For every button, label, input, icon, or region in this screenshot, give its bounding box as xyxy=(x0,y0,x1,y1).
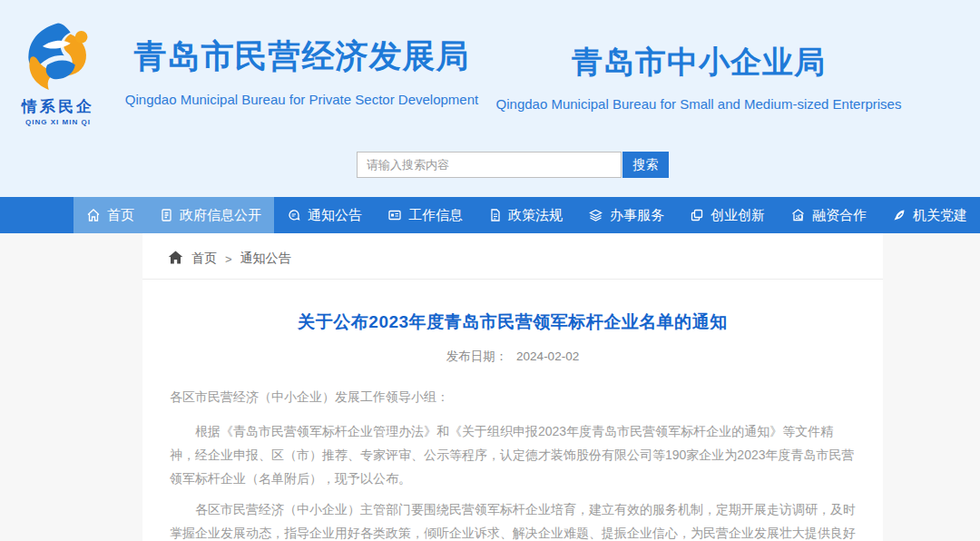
document-icon xyxy=(488,208,502,222)
site-header: 情系民企 QING XI MIN QI 青岛市民营经济发展局 Qingdao M… xyxy=(0,0,980,197)
search-button[interactable]: 搜索 xyxy=(622,152,669,178)
document-list-icon xyxy=(160,208,173,222)
article-title: 关于公布2023年度青岛市民营领军标杆企业名单的通知 xyxy=(170,310,856,334)
nav-item-innovation[interactable]: 创业创新 xyxy=(677,197,778,233)
party-emblem-icon xyxy=(892,208,906,222)
content-card: 首页 > 通知公告 关于公布2023年度青岛市民营领军标杆企业名单的通知 发布日… xyxy=(142,233,883,541)
logo-swirl-icon xyxy=(9,20,107,94)
bureau-titles: 青岛市民营经济发展局 Qingdao Municipal Bureau for … xyxy=(0,0,980,112)
paragraph-announcement: 根据《青岛市民营领军标杆企业管理办法》和《关于组织申报2023年度青岛市民营领军… xyxy=(170,419,856,490)
article: 关于公布2023年度青岛市民营领军标杆企业名单的通知 发布日期： 2024-02… xyxy=(142,310,883,541)
bureau-right: 青岛市中小企业局 Qingdao Municipal Bureau for Sm… xyxy=(481,34,916,112)
date-value: 2024-02-02 xyxy=(516,349,579,363)
nav-item-gov-info[interactable]: 政府信息公开 xyxy=(147,197,274,233)
bureau-right-subtitle: Qingdao Municipal Bureau for Small and M… xyxy=(481,96,916,112)
breadcrumb-separator: > xyxy=(225,252,232,266)
nav-item-policies[interactable]: 政策法规 xyxy=(475,197,575,233)
logo-text: 情系民企 xyxy=(9,96,107,117)
nav-highlight-group: 首页 政府信息公开 xyxy=(74,197,274,233)
nav-item-financing[interactable]: 融资合作 xyxy=(778,197,879,233)
main-area: 首页 > 通知公告 关于公布2023年度青岛市民营领军标杆企业名单的通知 发布日… xyxy=(0,233,980,541)
logo-subtext: QING XI MIN QI xyxy=(9,118,107,126)
nav-item-work-info[interactable]: 工作信息 xyxy=(375,197,475,233)
layers-icon xyxy=(588,208,603,222)
breadcrumb: 首页 > 通知公告 xyxy=(142,233,883,280)
paragraph-salutation: 各区市民营经济（中小企业）发展工作领导小组： xyxy=(170,385,856,408)
article-body: 各区市民营经济（中小企业）发展工作领导小组： 根据《青岛市民营领军标杆企业管理办… xyxy=(170,385,856,541)
article-date: 发布日期： 2024-02-02 xyxy=(170,349,856,365)
bureau-right-title: 青岛市中小企业局 xyxy=(481,42,916,84)
nav-spacer xyxy=(0,197,74,233)
search-input[interactable] xyxy=(357,152,622,178)
paragraph-requirements: 各区市民营经济（中小企业）主管部门要围绕民营领军标杆企业培育，建立有效的服务机制… xyxy=(170,497,856,541)
breadcrumb-home-icon xyxy=(168,251,183,267)
nav-item-home[interactable]: 首页 xyxy=(74,197,147,233)
copy-squares-icon xyxy=(690,208,704,222)
main-nav: 首页 政府信息公开 通知公告 xyxy=(0,197,980,233)
bureau-left: 青岛市民营经济发展局 Qingdao Municipal Bureau for … xyxy=(122,34,481,112)
bureau-left-title: 青岛市民营经济发展局 xyxy=(122,34,481,79)
breadcrumb-home-link[interactable]: 首页 xyxy=(191,251,217,267)
site-logo: 情系民企 QING XI MIN QI xyxy=(9,20,107,126)
breadcrumb-current[interactable]: 通知公告 xyxy=(240,251,291,267)
nav-item-notices[interactable]: 通知公告 xyxy=(274,197,375,233)
nav-item-party-building[interactable]: 机关党建 xyxy=(879,197,980,233)
search-bar: 搜索 xyxy=(357,152,669,178)
bureau-left-subtitle: Qingdao Municipal Bureau for Private Sec… xyxy=(122,92,481,107)
bank-icon xyxy=(790,208,806,222)
nav-item-services[interactable]: 办事服务 xyxy=(575,197,677,233)
card-icon xyxy=(387,208,402,222)
date-label: 发布日期： xyxy=(446,349,508,363)
speech-bubble-icon xyxy=(287,208,301,222)
home-icon xyxy=(86,208,101,222)
